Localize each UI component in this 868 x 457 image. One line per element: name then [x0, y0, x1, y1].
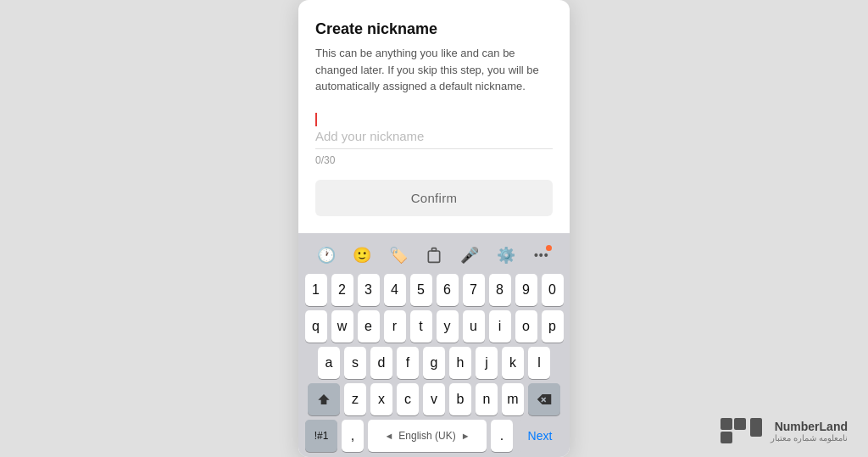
key-0[interactable]: 0: [542, 274, 564, 306]
keyboard-toolbar: 🕐 🙂 🏷️ 🎤 ⚙️ •••: [302, 240, 566, 274]
next-key[interactable]: Next: [517, 420, 563, 452]
key-s[interactable]: s: [344, 347, 366, 379]
key-i[interactable]: i: [489, 310, 511, 343]
key-o[interactable]: o: [515, 310, 537, 343]
key-r[interactable]: r: [384, 310, 406, 343]
watermark-text: NumberLand نامعلومه شماره معتبار: [771, 420, 848, 443]
key-j[interactable]: j: [476, 347, 498, 379]
key-6[interactable]: 6: [437, 274, 459, 306]
key-a[interactable]: a: [318, 347, 340, 379]
key-g[interactable]: g: [423, 347, 445, 379]
key-e[interactable]: e: [358, 310, 380, 343]
logo-block-2: [734, 418, 746, 430]
key-b[interactable]: b: [449, 383, 471, 415]
logo-block-tall: [750, 418, 762, 437]
key-l[interactable]: l: [528, 347, 550, 379]
key-v[interactable]: v: [423, 383, 445, 415]
shift-key[interactable]: [308, 383, 340, 415]
key-q[interactable]: q: [305, 310, 327, 343]
recent-icon[interactable]: 🕐: [314, 243, 338, 267]
key-y[interactable]: y: [437, 310, 459, 343]
settings-icon[interactable]: ⚙️: [494, 243, 518, 267]
nickname-input[interactable]: [315, 127, 553, 145]
svg-rect-1: [428, 251, 439, 262]
key-row-1: q w e r t y u i o p: [302, 310, 566, 343]
symbols-key[interactable]: !#1: [305, 420, 337, 452]
sticker-icon[interactable]: 🏷️: [387, 243, 410, 267]
key-t[interactable]: t: [410, 310, 432, 343]
confirm-button[interactable]: Confirm: [315, 180, 553, 216]
key-x[interactable]: x: [370, 383, 392, 415]
key-h[interactable]: h: [449, 347, 471, 379]
key-m[interactable]: m: [502, 383, 524, 415]
space-arrow-left: ◄: [384, 431, 393, 441]
space-arrow-right: ►: [461, 431, 470, 441]
notification-badge: [546, 245, 552, 251]
key-u[interactable]: u: [463, 310, 485, 343]
mic-icon[interactable]: 🎤: [458, 243, 481, 267]
logo-block-1: [721, 418, 732, 430]
char-count: 0/30: [315, 154, 553, 166]
text-cursor: [315, 113, 317, 126]
modal-content: Create nickname This can be anything you…: [298, 0, 570, 233]
key-w[interactable]: w: [331, 310, 353, 343]
key-f[interactable]: f: [397, 347, 419, 379]
key-k[interactable]: k: [502, 347, 524, 379]
space-key[interactable]: ◄ English (UK) ►: [368, 420, 487, 452]
key-4[interactable]: 4: [384, 274, 406, 306]
modal-container: Create nickname This can be anything you…: [298, 0, 570, 457]
modal-description: This can be anything you like and can be…: [315, 45, 553, 95]
delete-key[interactable]: [528, 383, 560, 415]
key-3[interactable]: 3: [358, 274, 380, 306]
logo-empty: [734, 432, 746, 443]
key-z[interactable]: z: [344, 383, 366, 415]
key-7[interactable]: 7: [463, 274, 485, 306]
emoji-icon[interactable]: 🙂: [350, 243, 374, 267]
period-key[interactable]: .: [491, 420, 513, 452]
key-9[interactable]: 9: [515, 274, 537, 306]
key-n[interactable]: n: [476, 383, 498, 415]
key-2[interactable]: 2: [331, 274, 353, 306]
key-row-3: z x c v b n m: [302, 383, 566, 415]
nickname-input-wrapper[interactable]: [315, 112, 553, 149]
watermark-subtitle: نامعلومه شماره معتبار: [771, 433, 848, 443]
language-label: English (UK): [398, 430, 455, 442]
watermark-title: NumberLand: [771, 420, 848, 433]
clipboard-icon[interactable]: [422, 243, 446, 267]
logo-block-3: [721, 432, 732, 443]
watermark-logo: [721, 418, 762, 443]
number-row: 1 2 3 4 5 6 7 8 9 0: [302, 274, 566, 306]
key-1[interactable]: 1: [305, 274, 327, 306]
key-d[interactable]: d: [370, 347, 392, 379]
key-c[interactable]: c: [397, 383, 419, 415]
more-icon[interactable]: •••: [530, 243, 554, 267]
key-row-2: a s d f g h j k l: [302, 347, 566, 379]
key-p[interactable]: p: [542, 310, 564, 343]
modal-title: Create nickname: [315, 20, 553, 38]
keyboard-bottom-row: !#1 , ◄ English (UK) ► . Next: [302, 420, 566, 455]
watermark: NumberLand نامعلومه شماره معتبار: [721, 418, 848, 443]
comma-key[interactable]: ,: [342, 420, 364, 452]
keyboard: 🕐 🙂 🏷️ 🎤 ⚙️ ••• 1 2 3 4 5 6 7: [298, 233, 570, 458]
key-8[interactable]: 8: [489, 274, 511, 306]
key-5[interactable]: 5: [410, 274, 432, 306]
